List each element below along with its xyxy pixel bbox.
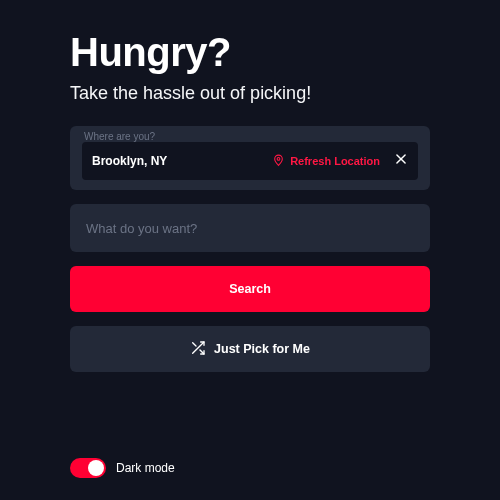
location-value: Brooklyn, NY xyxy=(92,154,167,168)
dark-mode-label: Dark mode xyxy=(116,461,175,475)
random-pick-button[interactable]: Just Pick for Me xyxy=(70,326,430,372)
refresh-location-label: Refresh Location xyxy=(290,155,380,167)
refresh-location-button[interactable]: Refresh Location xyxy=(272,154,380,169)
svg-point-0 xyxy=(277,157,280,160)
search-button-label: Search xyxy=(229,282,271,296)
svg-line-5 xyxy=(193,342,196,345)
query-input[interactable] xyxy=(86,221,414,236)
page-title: Hungry? xyxy=(70,30,430,75)
location-float-label: Where are you? xyxy=(84,131,155,142)
random-pick-label: Just Pick for Me xyxy=(214,342,310,356)
dark-mode-row: Dark mode xyxy=(70,458,175,478)
page-subtitle: Take the hassle out of picking! xyxy=(70,83,430,104)
close-icon xyxy=(394,152,408,170)
location-pin-icon xyxy=(272,154,285,169)
location-field: Where are you? Brooklyn, NY Refresh Loca… xyxy=(70,126,430,190)
toggle-knob xyxy=(88,460,104,476)
location-row: Brooklyn, NY Refresh Location xyxy=(82,142,418,180)
dark-mode-toggle[interactable] xyxy=(70,458,106,478)
query-field[interactable] xyxy=(70,204,430,252)
search-button[interactable]: Search xyxy=(70,266,430,312)
shuffle-icon xyxy=(190,340,206,359)
clear-location-button[interactable] xyxy=(394,152,408,170)
